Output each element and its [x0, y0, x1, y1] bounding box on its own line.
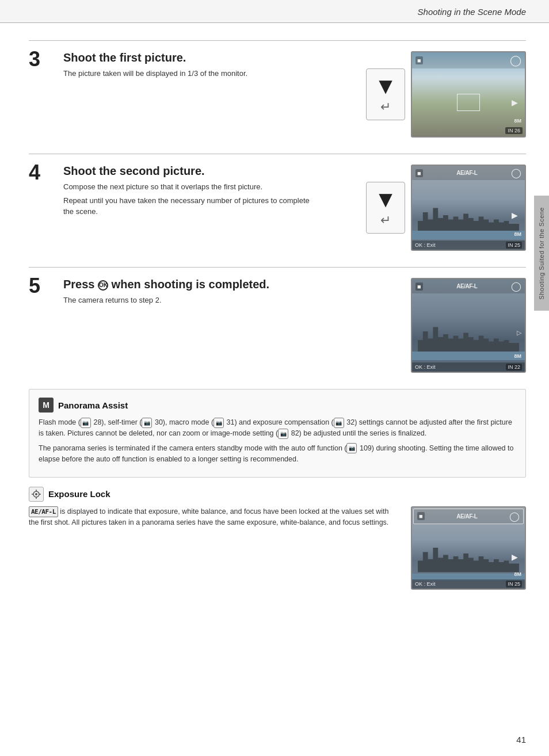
ok-exit-5: OK : Exit: [415, 364, 436, 370]
main-content: 3 Shoot the first picture. The picture t…: [0, 23, 549, 613]
cam-left-icon-4: ■: [415, 169, 423, 177]
cam-middle-3: ▶: [412, 68, 525, 136]
cam-ae-icon-4: AE/AF-L: [456, 170, 477, 176]
cam-middle-4: ▶: [412, 180, 525, 250]
cam-bottom-5: OK : Exit IN 22: [412, 362, 525, 372]
cam-counter-4: IN 25: [506, 242, 522, 249]
cam-screen-5: ■ AE/AF-L ◯ ▷ 8M OK : Exit IN 22: [411, 278, 526, 373]
ok-exit-exp: OK : Exit: [415, 581, 436, 587]
note-panorama-assist: M Panorama Assist Flash mode (📷 28), sel…: [29, 389, 526, 478]
exp-body: AE/AF-L is displayed to indicate that ex…: [29, 506, 526, 590]
ref-icon-6: 📷: [346, 443, 357, 453]
step-3-body: Shoot the first picture. The picture tak…: [63, 51, 354, 82]
cam-left-icon-5: ■: [415, 282, 423, 291]
curve-icon: ↵: [380, 100, 391, 114]
curve-icon-4: ↵: [380, 213, 391, 228]
step-4-title: Shoot the second picture.: [63, 165, 354, 178]
step-3-title: Shoot the first picture.: [63, 51, 354, 64]
exp-icon: [29, 487, 44, 502]
note-para-1: Flash mode (📷 28), self-timer (📷 30), ma…: [39, 417, 516, 440]
cam-counter-3: IN 26: [505, 127, 523, 134]
screen-3: ■ ◯ ▶ 8M IN 26: [411, 51, 526, 138]
step-3-desc: The picture taken will be displayed in 1…: [63, 68, 317, 79]
cam-ae-icon-exp: AE/AF-L: [456, 513, 477, 520]
cam-right-arrow-4: ▶: [512, 211, 518, 220]
step-number-4: 4: [29, 162, 58, 183]
cam-top-bar-4: ■ AE/AF-L ◯: [412, 166, 525, 180]
arrow-icon-4: ▼ ↵: [366, 182, 405, 234]
step-number-3: 3: [29, 49, 58, 70]
cam-right-arrow-exp: ▶: [512, 552, 518, 562]
step-5-title: Press OK when shooting is completed.: [63, 278, 354, 291]
cam-middle-5: ▷: [412, 293, 525, 372]
cam-timer-icon-exp: ◯: [509, 511, 520, 522]
header-title: Shooting in the Scene Mode: [418, 7, 526, 17]
cam-bottom-4: OK : Exit IN 25: [412, 240, 525, 250]
cam-bottom-exp: OK : Exit IN 25: [412, 579, 525, 589]
cam-right-arrow-3: ▶: [512, 98, 518, 107]
exp-header: Exposure Lock: [29, 487, 526, 502]
exp-text: AE/AF-L is displayed to indicate that ex…: [29, 506, 401, 529]
arrow-icon-3: ▼ ↵: [366, 68, 405, 120]
cam-counter-5: IN 22: [506, 364, 522, 371]
cam-timer-icon-5: ◯: [511, 281, 521, 292]
exposure-lock-icon-svg: [31, 489, 41, 499]
note-para-2: The panorama series is terminated if the…: [39, 443, 516, 465]
exp-title: Exposure Lock: [48, 489, 110, 499]
cam-timer-icon-3: ◯: [510, 54, 521, 67]
page-number: 41: [516, 735, 526, 744]
ok-circle-icon: OK: [98, 280, 108, 291]
cam-top-bar-exp: ■ AE/AF-L ◯: [413, 509, 524, 524]
step-4-desc: Compose the next picture so that it over…: [63, 181, 317, 217]
cam-8m-label-4: 8M: [514, 231, 521, 237]
cam-8m-label-5: 8M: [514, 353, 521, 359]
cam-left-icon-3: ■: [415, 56, 423, 64]
cam-right-arrow-5: ▷: [517, 329, 521, 337]
cam-left-icon-exp: ■: [417, 512, 425, 520]
ref-icon-3: 📷: [214, 418, 224, 428]
down-arrow-icon: ▼: [374, 74, 397, 97]
screen-5: ■ AE/AF-L ◯ ▷ 8M OK : Exit IN 22: [411, 278, 526, 373]
page: Shooting in the Scene Mode Shooting Suit…: [0, 0, 549, 756]
step-4: 4 Shoot the second picture. Compose the …: [29, 154, 526, 251]
step-number-5: 5: [29, 276, 58, 296]
ref-icon-4: 📷: [334, 418, 344, 428]
page-header: Shooting in the Scene Mode: [0, 0, 549, 23]
cam-bracket-3: [457, 94, 480, 111]
cam-screen-3: ■ ◯ ▶ 8M IN 26: [411, 51, 526, 138]
cam-top-bar-3: ■ ◯: [412, 52, 525, 68]
cam-8m-label-3: 8M: [514, 118, 521, 124]
screen-exp: ■ AE/AF-L ◯ ▶ 8M OK : Exit IN 25: [411, 506, 526, 590]
note-text: Flash mode (📷 28), self-timer (📷 30), ma…: [39, 417, 516, 465]
ref-icon-5: 📷: [278, 429, 288, 439]
cam-timer-icon-4: ◯: [511, 167, 521, 178]
exposure-lock-section: Exposure Lock AE/AF-L is displayed to in…: [29, 487, 526, 590]
in-label-3: IN: [508, 128, 513, 133]
screen-4: ■ AE/AF-L ◯ ▶ 8M OK : Exit IN 25: [411, 165, 526, 251]
cam-screen-4: ■ AE/AF-L ◯ ▶ 8M OK : Exit IN 25: [411, 165, 526, 251]
step-3: 3 Shoot the first picture. The picture t…: [29, 40, 526, 138]
down-arrow-icon-4: ▼: [374, 188, 397, 211]
ref-icon-2: 📷: [142, 418, 152, 428]
note-title: Panorama Assist: [58, 400, 128, 410]
step-3-media: ▼ ↵ ■ ◯ ▶: [366, 51, 526, 138]
cam-top-bar-5: ■ AE/AF-L ◯: [412, 279, 525, 293]
cam-counter-exp: IN 25: [506, 581, 522, 587]
step-5-desc: The camera returns to step 2.: [63, 295, 317, 306]
step-5-media: ■ AE/AF-L ◯ ▷ 8M OK : Exit IN 22: [366, 278, 526, 373]
ref-icon-1: 📷: [81, 418, 91, 428]
step-5: 5 Press OK when shooting is completed. T…: [29, 267, 526, 373]
note-icon: M: [39, 398, 54, 413]
cam-ae-icon-5: AE/AF-L: [456, 283, 477, 289]
ok-exit-4: OK : Exit: [415, 242, 436, 248]
svg-point-1: [35, 493, 37, 495]
note-header: M Panorama Assist: [39, 398, 516, 413]
step-4-body: Shoot the second picture. Compose the ne…: [63, 165, 354, 220]
ae-badge-text: AE/AF-L: [29, 506, 58, 517]
step-5-body: Press OK when shooting is completed. The…: [63, 278, 354, 308]
exp-cam-screen: ■ AE/AF-L ◯ ▶ 8M OK : Exit IN 25: [411, 506, 526, 590]
cam-8m-label-exp: 8M: [514, 571, 521, 577]
step-4-media: ▼ ↵ ■ AE/AF-L ◯: [366, 165, 526, 251]
